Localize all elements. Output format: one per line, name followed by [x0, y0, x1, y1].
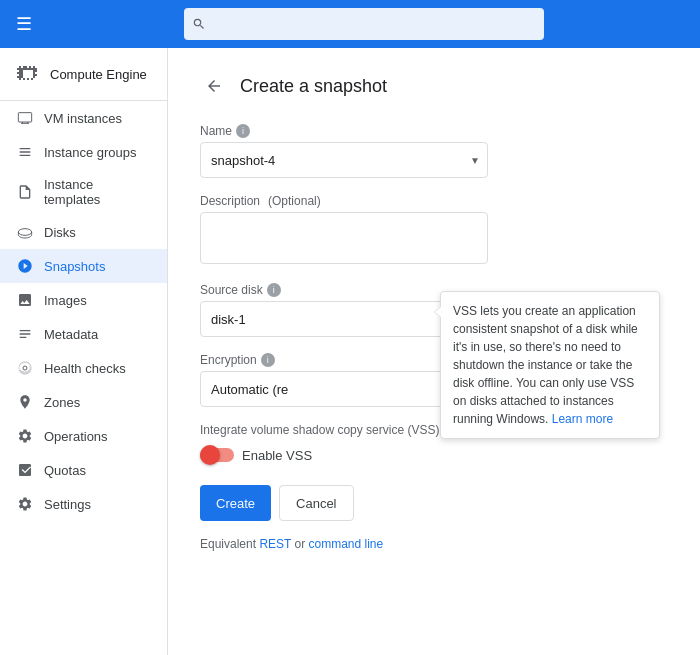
instance-templates-icon	[16, 183, 34, 201]
encryption-info-icon[interactable]: i	[261, 353, 275, 367]
sidebar-item-settings[interactable]: Settings	[0, 487, 167, 521]
sidebar: Compute Engine VM instances Instance gro…	[0, 48, 168, 655]
zones-icon	[16, 393, 34, 411]
menu-icon[interactable]: ☰	[16, 13, 32, 35]
rest-link[interactable]: REST	[259, 537, 291, 551]
sidebar-item-quotas[interactable]: Quotas	[0, 453, 167, 487]
operations-icon	[16, 427, 34, 445]
toggle-thumb	[200, 445, 220, 465]
sidebar-item-snapshots[interactable]: Snapshots	[0, 249, 167, 283]
sidebar-label-instance-groups: Instance groups	[44, 145, 137, 160]
sidebar-item-disks[interactable]: Disks	[0, 215, 167, 249]
sidebar-label-zones: Zones	[44, 395, 80, 410]
sidebar-product: Compute Engine	[0, 48, 167, 101]
sidebar-item-instance-templates[interactable]: Instance templates	[0, 169, 167, 215]
svg-point-2	[23, 366, 27, 370]
sidebar-label-quotas: Quotas	[44, 463, 86, 478]
sidebar-item-metadata[interactable]: Metadata	[0, 317, 167, 351]
layout: Compute Engine VM instances Instance gro…	[0, 48, 700, 655]
name-info-icon[interactable]: i	[236, 124, 250, 138]
sidebar-label-health-checks: Health checks	[44, 361, 126, 376]
sidebar-label-images: Images	[44, 293, 87, 308]
sidebar-item-images[interactable]: Images	[0, 283, 167, 317]
learn-more-link[interactable]: Learn more	[552, 412, 613, 426]
command-line-link[interactable]: command line	[309, 537, 384, 551]
sidebar-label-snapshots: Snapshots	[44, 259, 105, 274]
sidebar-label-metadata: Metadata	[44, 327, 98, 342]
sidebar-label-operations: Operations	[44, 429, 108, 444]
create-button[interactable]: Create	[200, 485, 271, 521]
name-input-wrapper: ▼	[200, 142, 488, 178]
vss-toggle[interactable]	[200, 445, 234, 465]
name-label: Name i	[200, 124, 668, 138]
page-title: Create a snapshot	[240, 76, 387, 97]
description-label: Description (Optional)	[200, 194, 668, 208]
description-input[interactable]	[200, 212, 488, 264]
name-input[interactable]	[200, 142, 488, 178]
search-input[interactable]	[184, 8, 544, 40]
source-disk-info-icon[interactable]: i	[267, 283, 281, 297]
sidebar-label-vm-instances: VM instances	[44, 111, 122, 126]
snapshots-icon	[16, 257, 34, 275]
svg-point-1	[18, 229, 31, 236]
disks-icon	[16, 223, 34, 241]
quotas-icon	[16, 461, 34, 479]
svg-rect-0	[18, 113, 31, 122]
product-name: Compute Engine	[50, 67, 147, 82]
sidebar-label-disks: Disks	[44, 225, 76, 240]
equivalent-links: Equivalent REST or command line	[200, 537, 668, 551]
sidebar-item-vm-instances[interactable]: VM instances	[0, 101, 167, 135]
health-checks-icon	[16, 359, 34, 377]
vss-toggle-label: Enable VSS	[242, 448, 312, 463]
form-buttons: Create Cancel	[200, 485, 668, 521]
search-icon	[192, 17, 206, 31]
main-content: Create a snapshot Name i ▼ Description (…	[168, 48, 700, 655]
settings-icon	[16, 495, 34, 513]
vm-icon	[16, 109, 34, 127]
description-field-group: Description (Optional)	[200, 194, 668, 267]
search-container	[184, 8, 544, 40]
sidebar-item-zones[interactable]: Zones	[0, 385, 167, 419]
vss-tooltip: VSS lets you create an application consi…	[440, 291, 660, 439]
sidebar-item-operations[interactable]: Operations	[0, 419, 167, 453]
images-icon	[16, 291, 34, 309]
instance-groups-icon	[16, 143, 34, 161]
page-header: Create a snapshot	[200, 72, 668, 100]
name-field-group: Name i ▼	[200, 124, 668, 178]
back-button[interactable]	[200, 72, 228, 100]
sidebar-label-settings: Settings	[44, 497, 91, 512]
sidebar-label-instance-templates: Instance templates	[44, 177, 151, 207]
compute-engine-icon	[16, 62, 40, 86]
metadata-icon	[16, 325, 34, 343]
topbar: ☰	[0, 0, 700, 48]
source-disk-field-group: Source disk i disk-1 ▼ VSS lets you crea…	[200, 283, 668, 337]
sidebar-item-health-checks[interactable]: Health checks	[0, 351, 167, 385]
source-disk-select-wrapper: disk-1 ▼ VSS lets you create an applicat…	[200, 301, 488, 337]
sidebar-item-instance-groups[interactable]: Instance groups	[0, 135, 167, 169]
vss-toggle-row: Enable VSS	[200, 445, 668, 465]
cancel-button[interactable]: Cancel	[279, 485, 353, 521]
